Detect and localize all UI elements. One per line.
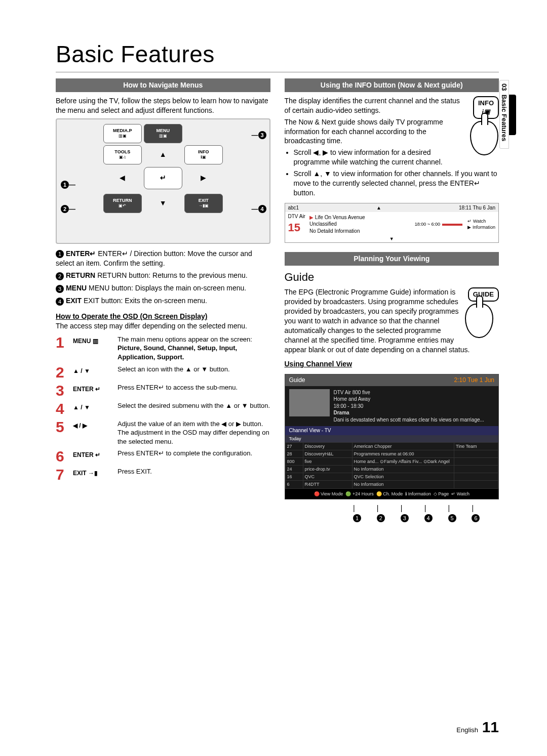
remote-down-icon: ▼ xyxy=(144,198,182,208)
button-explain-list: 1 ENTER↵ ENTER↵ / Direction button: Move… xyxy=(56,249,270,306)
hand-icon xyxy=(470,121,498,155)
epg-callout: |6 xyxy=(472,503,480,523)
remote-exit-button: EXIT→▮▣ xyxy=(184,194,223,213)
step-num: 5 xyxy=(56,419,70,435)
page-title: Basic Features xyxy=(56,40,499,68)
epg-footer-item: 🟡 Ch. Mode xyxy=(376,491,403,496)
using-channel-view-heading: Using Channel View xyxy=(285,359,499,369)
epg-footer-item: ↵ Watch xyxy=(451,491,470,496)
step-desc: Press EXIT. xyxy=(118,467,270,476)
epg-row: 24price-drop.tvNo Information xyxy=(285,466,498,473)
remote-up-icon: ▲ xyxy=(144,150,182,159)
chapter-tab: 03 Basic Features xyxy=(499,80,509,149)
info-p2: The Now & Next guide shows daily TV prog… xyxy=(285,117,499,146)
step-num: 2 xyxy=(56,365,70,380)
step-label: MENU ▥ xyxy=(73,337,114,345)
step-num: 3 xyxy=(56,383,70,398)
callout-4: —4 xyxy=(252,204,266,214)
step-label: ENTER ↵ xyxy=(73,451,114,459)
epg-footer-item: ℹ Information xyxy=(405,491,431,496)
epg-footer-item: 🔴 View Mode xyxy=(314,491,343,496)
epg-callout: |3 xyxy=(401,503,409,523)
page-footer: English 11 xyxy=(456,719,499,736)
osd-note: The access step may differ depending on … xyxy=(56,321,270,331)
now-next-sample: abc1▲18:11 Thu 6 Jan DTV Air15 ▶ Life On… xyxy=(285,203,499,243)
intro-text: Before using the TV, follow the steps be… xyxy=(56,96,270,115)
osd-heading: How to Operate the OSD (On Screen Displa… xyxy=(56,312,270,321)
epg-callout: |2 xyxy=(377,503,385,523)
remote-enter-button: ↵ xyxy=(144,167,182,189)
remote-right-icon: ▶ xyxy=(184,173,223,183)
step-desc: The main menu options appear on the scre… xyxy=(118,335,270,362)
epg-footer-item: 🟢 +24 Hours xyxy=(345,491,373,496)
epg-thumbnail xyxy=(289,389,330,416)
epg-callout: |1 xyxy=(353,503,361,523)
info-button-graphic: INFOi▣ xyxy=(470,96,499,155)
epg-row: 800fiveHome and... ⊙Family Affairs Fiv..… xyxy=(285,457,498,465)
remote-diagram: MEDIA.P▥▣ MENU▥▣ TOOLS▣♫ ▲ INFOℹ▣ ◀ ↵ ▶ … xyxy=(56,118,270,244)
callout-1: 1— xyxy=(61,180,75,189)
step-num: 4 xyxy=(56,401,70,416)
step-label: ◀ / ▶ xyxy=(73,422,114,430)
remote-mediap-button: MEDIA.P▥▣ xyxy=(103,124,142,143)
section-bar-navigate: How to Navigate Menus xyxy=(56,78,270,92)
epg-row: 6R4DTTNo Information xyxy=(285,481,498,488)
step-num: 6 xyxy=(56,449,70,464)
step-desc: Select an icon with the ▲ or ▼ button. xyxy=(118,365,270,374)
epg-row: 16QVCQVC Selection xyxy=(285,473,498,481)
step-num: 7 xyxy=(56,467,70,482)
callout-2: 2— xyxy=(61,204,75,214)
step-label: ▲ / ▼ xyxy=(73,367,114,375)
epg-screenshot: Guide2:10 Tue 1 Jun DTV Air 800 five Hom… xyxy=(285,374,499,499)
epg-footer-item: ◇ Page xyxy=(434,491,449,496)
remote-left-icon: ◀ xyxy=(103,173,142,183)
epg-row: 27DiscoveryAmerican ChopperTine Team xyxy=(285,442,498,450)
guide-button-graphic: GUIDE xyxy=(465,287,499,338)
hand-icon xyxy=(465,304,493,338)
info-bullet: Scroll ◀, ▶ to view information for a de… xyxy=(294,148,499,167)
callout-3: —3 xyxy=(252,131,266,140)
step-desc: Press ENTER↵ to access the sub-menu. xyxy=(118,383,270,392)
title-rule xyxy=(56,72,499,72)
step-desc: Press ENTER↵ to complete the configurati… xyxy=(118,449,270,458)
epg-row: 28DiscoveryH&LProgrammes resume at 06:00 xyxy=(285,450,498,457)
section-bar-planning: Planning Your Viewing xyxy=(285,252,499,266)
step-label: EXIT →▮ xyxy=(73,469,114,477)
step-label: ▲ / ▼ xyxy=(73,403,114,411)
step-desc: Adjust the value of an item with the ◀ o… xyxy=(118,419,270,446)
step-num: 1 xyxy=(56,335,70,350)
guide-heading: Guide xyxy=(285,270,499,285)
epg-callout: |5 xyxy=(448,503,456,523)
step-desc: Select the desired submenu with the ▲ or… xyxy=(118,401,270,410)
section-bar-info: Using the INFO button (Now & Next guide) xyxy=(285,78,499,92)
info-p1: The display identifies the current chann… xyxy=(285,96,499,115)
info-bullet: Scroll ▲, ▼ to view information for othe… xyxy=(294,169,499,198)
guide-button-label: GUIDE xyxy=(468,287,499,302)
remote-info-button: INFOℹ▣ xyxy=(184,145,223,164)
remote-tools-button: TOOLS▣♫ xyxy=(103,145,142,164)
remote-return-button: RETURN▣↶ xyxy=(103,194,142,213)
remote-menu-button: MENU▥▣ xyxy=(144,124,182,143)
step-label: ENTER ↵ xyxy=(73,385,114,393)
epg-callout: |4 xyxy=(424,503,433,523)
